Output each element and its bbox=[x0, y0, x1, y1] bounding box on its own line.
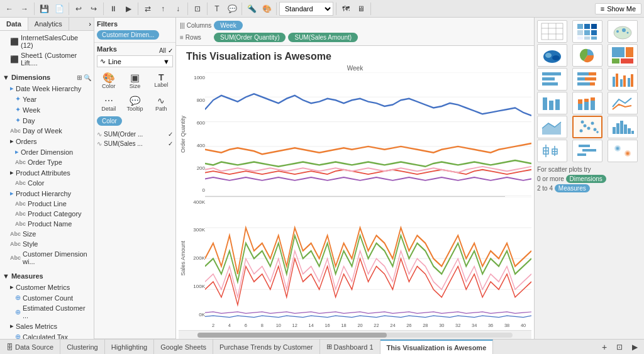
undo-btn[interactable]: ↩ bbox=[72, 2, 86, 16]
rows-sales-amt-chip[interactable]: SUM(Sales Amount) bbox=[288, 33, 358, 42]
dim-style[interactable]: Abc Style bbox=[3, 239, 91, 249]
svg-rect-59 bbox=[542, 77, 555, 80]
show-me-lines[interactable] bbox=[608, 92, 638, 114]
present-btn[interactable]: ▶ bbox=[628, 340, 641, 354]
show-me-stacked-h-bar[interactable] bbox=[572, 68, 602, 91]
scrollbar-track[interactable] bbox=[197, 333, 513, 338]
sort-asc-btn[interactable]: ↑ bbox=[156, 2, 170, 16]
tab-data-source[interactable]: 🗄 Data Source bbox=[0, 340, 60, 354]
show-me-box-whisker[interactable] bbox=[537, 140, 567, 162]
duplicate-sheet-btn[interactable]: ⊡ bbox=[613, 340, 626, 354]
tab-analytics[interactable]: Analytics bbox=[28, 18, 69, 30]
marks-tooltip-btn[interactable]: 💬 Tooltip bbox=[123, 94, 147, 114]
show-me-treemap[interactable] bbox=[608, 44, 638, 67]
dim-week[interactable]: ✦ Week bbox=[3, 104, 91, 115]
tab-google-sheets[interactable]: Google Sheets bbox=[154, 340, 213, 354]
dim-product-hierarchy[interactable]: ▸ Product Hierarchy bbox=[3, 188, 91, 199]
columns-week-chip[interactable]: Week bbox=[214, 21, 242, 30]
fit-btn[interactable]: ⊡ bbox=[191, 2, 204, 16]
abc-icon-3: Abc bbox=[15, 180, 26, 186]
new-btn[interactable]: 📄 bbox=[52, 2, 66, 16]
rows-order-qty-chip[interactable]: SUM(Order Quantity) bbox=[214, 33, 286, 42]
tab-purchase-trends[interactable]: Purchase Trends by Customer bbox=[213, 340, 320, 354]
dim-order-dimension[interactable]: ▸ Order Dimension bbox=[3, 147, 91, 157]
label-btn[interactable]: T bbox=[210, 2, 224, 16]
marks-size-btn[interactable]: ▣ Size bbox=[123, 71, 147, 91]
dim-day[interactable]: ✦ Day bbox=[3, 115, 91, 126]
measures-header[interactable]: ▼ Measures bbox=[3, 270, 91, 282]
show-me-h-bar[interactable] bbox=[537, 68, 567, 91]
run-btn[interactable]: ▶ bbox=[121, 2, 135, 16]
connection-cube[interactable]: ⬛ InternetSalesCube (12) bbox=[3, 33, 91, 50]
dim-date-hierarchy[interactable]: ▸ Date Week Hierarchy bbox=[3, 83, 91, 94]
dimensions-header[interactable]: ▼ Dimensions ⊞ 🔍 bbox=[3, 72, 91, 83]
tooltip-btn[interactable]: 💬 bbox=[225, 2, 239, 16]
show-me-button[interactable]: ≡ Show Me bbox=[595, 3, 641, 14]
meas-customer-count[interactable]: ⊕ Customer Count bbox=[3, 292, 91, 303]
marks-label-btn[interactable]: T Label bbox=[149, 71, 173, 91]
show-me-bullet[interactable] bbox=[608, 140, 638, 162]
redo-btn[interactable]: ↪ bbox=[87, 2, 101, 16]
show-me-gantt[interactable] bbox=[572, 140, 602, 162]
show-me-pie-chart[interactable] bbox=[572, 44, 602, 67]
tab-dashboard-1[interactable]: ⊞ Dashboard 1 bbox=[320, 340, 380, 354]
scrollbar-thumb[interactable] bbox=[197, 333, 387, 338]
show-me-area[interactable] bbox=[537, 116, 567, 138]
show-me-icon: ≡ bbox=[601, 5, 604, 13]
color-encoding-chip[interactable]: Color bbox=[97, 116, 122, 126]
dim-size[interactable]: Abc Size bbox=[3, 229, 91, 239]
meas-customer-metrics[interactable]: ▸ Customer Metrics bbox=[3, 282, 91, 292]
show-me-scatter[interactable] bbox=[572, 116, 602, 138]
connection-sheet[interactable]: ⬛ Sheet1 (Customer Lift.... bbox=[3, 50, 91, 68]
dim-orders-folder[interactable]: ▸ Orders bbox=[3, 136, 91, 147]
dim-product-line[interactable]: Abc Product Line bbox=[3, 199, 91, 209]
marks-color-btn[interactable]: 🎨 Color bbox=[97, 71, 121, 91]
x-scrollbar[interactable] bbox=[179, 330, 531, 339]
pause-btn[interactable]: ⏸ bbox=[106, 2, 120, 16]
swap-btn[interactable]: ⇄ bbox=[141, 2, 155, 16]
dim-year[interactable]: ✦ Year bbox=[3, 94, 91, 104]
measure-icon-3: ⊕ bbox=[15, 333, 21, 339]
monitor-btn[interactable]: 🖥 bbox=[354, 2, 368, 16]
meas-calculated-tax[interactable]: ⊕ Calculated Tax bbox=[3, 331, 91, 339]
show-me-stacked-v-bar[interactable] bbox=[572, 92, 602, 114]
save-btn[interactable]: 💾 bbox=[37, 2, 51, 16]
marks-type-dropdown[interactable]: ∿ Line ▼ bbox=[97, 55, 173, 67]
color-btn[interactable]: 🎨 bbox=[260, 2, 274, 16]
viz-type-select[interactable]: StandardEntire View bbox=[279, 2, 333, 16]
filter-chip-customer[interactable]: Customer Dimen... bbox=[97, 30, 159, 40]
show-me-filled-map[interactable] bbox=[537, 44, 567, 67]
map-btn[interactable]: 🗺 bbox=[339, 2, 353, 16]
marks-path-btn[interactable]: ∿ Path bbox=[149, 94, 173, 114]
show-me-text-table[interactable] bbox=[537, 20, 567, 43]
highlight-btn[interactable]: 🔦 bbox=[245, 2, 258, 16]
back-btn[interactable]: ← bbox=[3, 2, 16, 16]
tab-clustering[interactable]: Clustering bbox=[60, 340, 105, 354]
sidebar-collapse-btn[interactable]: › bbox=[86, 18, 94, 30]
meas-sales-metrics[interactable]: ▸ Sales Metrics bbox=[3, 321, 91, 331]
tab-this-viz[interactable]: This Visualization is Awesome bbox=[380, 340, 494, 354]
show-me-symbol-map[interactable] bbox=[608, 20, 638, 43]
dim-customer[interactable]: Abc Customer Dimension wi... bbox=[3, 249, 91, 267]
tab-highlighting[interactable]: Highlighting bbox=[105, 340, 154, 354]
show-me-histograms[interactable] bbox=[608, 116, 638, 138]
marks-detail-btn[interactable]: ⋯ Detail bbox=[97, 94, 121, 114]
sum-order-row[interactable]: ∿ SUM(Order ... ✓ bbox=[97, 130, 173, 139]
show-me-side-by-side-bars[interactable] bbox=[608, 68, 638, 91]
hierarchy-icon-ph: ▸ bbox=[10, 189, 14, 197]
dim-product-name[interactable]: Abc Product Name bbox=[3, 219, 91, 229]
forward-btn[interactable]: → bbox=[18, 2, 31, 16]
dim-product-attrs[interactable]: ▸ Product Attributes bbox=[3, 167, 91, 178]
dim-dayofweek[interactable]: Abc Day of Week bbox=[3, 126, 91, 136]
show-me-heat-map[interactable] bbox=[572, 20, 602, 43]
tab-data[interactable]: Data bbox=[0, 18, 28, 30]
sum-sales-row[interactable]: ∿ SUM(Sales ... ✓ bbox=[97, 139, 173, 148]
dim-color[interactable]: Abc Color bbox=[3, 178, 91, 188]
dim-order-type[interactable]: Abc Order Type bbox=[3, 157, 91, 167]
dim-product-category[interactable]: Abc Product Category bbox=[3, 209, 91, 219]
meas-estimated-customer[interactable]: ⊕ Estimated Customer ... bbox=[3, 303, 91, 321]
sort-desc-btn[interactable]: ↓ bbox=[171, 2, 185, 16]
show-me-v-bar[interactable] bbox=[537, 92, 567, 114]
new-sheet-btn[interactable]: + bbox=[597, 340, 611, 354]
sep9 bbox=[336, 3, 336, 15]
